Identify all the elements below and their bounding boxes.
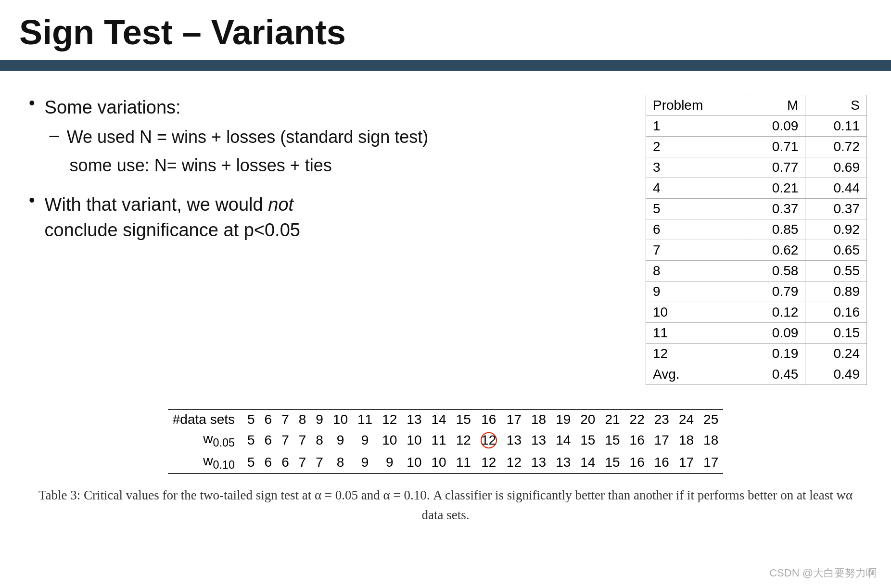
table-cell-s: 0.44 (805, 178, 867, 199)
table-row: 70.620.65 (646, 240, 867, 261)
table-row: 80.580.55 (646, 261, 867, 281)
critical-table-cell: 16 (625, 451, 649, 474)
table-cell-problem: 7 (646, 240, 744, 261)
title-bar (0, 60, 891, 71)
critical-table-header-cell: 23 (649, 409, 674, 429)
critical-table-header-row: #data sets567891011121314151617181920212… (168, 409, 723, 429)
table-cell-s: 0.69 (805, 157, 867, 178)
table-cell-problem: 6 (646, 219, 744, 240)
critical-table-cell: 10 (402, 451, 426, 474)
critical-table-cell: 17 (674, 451, 699, 474)
table-cell-m: 0.45 (744, 364, 805, 385)
critical-table-header-cell: 21 (600, 409, 624, 429)
col-header-s: S (805, 95, 867, 116)
critical-table-header-cell: 25 (699, 409, 723, 429)
bullet-2-text: With that variant, we would not conclude… (45, 192, 300, 243)
critical-table-cell: 5 (242, 429, 260, 451)
table-cell-m: 0.12 (744, 302, 805, 323)
critical-table-row: w0.0556778991010111212131314151516171818 (168, 429, 723, 451)
critical-table-cell: 12 (451, 429, 476, 451)
table-cell-m: 0.79 (744, 281, 805, 302)
critical-table-cell: 10 (427, 451, 451, 474)
critical-table-header-cell: 7 (277, 409, 294, 429)
table-cell-m: 0.71 (744, 137, 805, 157)
critical-table-header-cell: 11 (353, 409, 377, 429)
table-cell-s: 0.92 (805, 219, 867, 240)
critical-table-cell: 10 (377, 429, 402, 451)
critical-table-cell: 11 (427, 429, 451, 451)
table-cell-m: 0.37 (744, 199, 805, 219)
watermark: CSDN @大白要努力啊 (769, 566, 877, 580)
col-header-m: M (744, 95, 805, 116)
critical-table-header-cell: 10 (328, 409, 353, 429)
critical-table-header-cell: 13 (402, 409, 426, 429)
bullet-2: • With that variant, we would not conclu… (29, 192, 626, 243)
table-cell-s: 0.72 (805, 137, 867, 157)
sub-bullet-group: – We used N = wins + losses (standard si… (50, 125, 429, 149)
critical-table-cell: 18 (674, 429, 699, 451)
data-table: Problem M S 10.090.1120.710.7230.770.694… (646, 95, 867, 385)
table-cell-problem: 10 (646, 302, 744, 323)
bottom-section: #data sets567891011121314151617181920212… (0, 409, 891, 524)
table-cell-s: 0.55 (805, 261, 867, 281)
critical-table-cell: 6 (277, 451, 294, 474)
critical-table-cell: 7 (311, 451, 328, 474)
table-row: 120.190.24 (646, 344, 867, 364)
table-cell-problem: 3 (646, 157, 744, 178)
table-cell-problem: Avg. (646, 364, 744, 385)
bullet-1-text: Some variations: (45, 95, 429, 120)
critical-table-cell: 6 (260, 429, 277, 451)
table-row: 20.710.72 (646, 137, 867, 157)
content-area: • Some variations: – We used N = wins + … (0, 71, 891, 385)
critical-table-row: w0.105667789910101112121313141516161717 (168, 451, 723, 474)
critical-table-cell: 9 (353, 451, 377, 474)
italic-not: not (268, 194, 293, 215)
sub-bullet-1: – We used N = wins + losses (standard si… (50, 125, 429, 149)
col-header-problem: Problem (646, 95, 744, 116)
critical-table-cell: 12 (476, 429, 502, 451)
critical-table-cell: 8 (328, 451, 353, 474)
title-area: Sign Test – Variants (0, 0, 891, 60)
critical-table-header-cell: 18 (526, 409, 551, 429)
critical-table-header-cell: 9 (311, 409, 328, 429)
table-cell-problem: 4 (646, 178, 744, 199)
critical-table-cell: 10 (402, 429, 426, 451)
critical-table-cell: 9 (377, 451, 402, 474)
circled-value: 12 (481, 432, 497, 448)
critical-table-cell: 7 (277, 429, 294, 451)
critical-table-cell: 8 (311, 429, 328, 451)
critical-row-label: w0.05 (168, 429, 242, 451)
critical-table-cell: 17 (699, 451, 723, 474)
table-cell-s: 0.89 (805, 281, 867, 302)
table-cell-problem: 5 (646, 199, 744, 219)
critical-table-cell: 9 (328, 429, 353, 451)
critical-table: #data sets567891011121314151617181920212… (168, 409, 723, 474)
critical-table-cell: 14 (575, 451, 600, 474)
table-row: 110.090.15 (646, 323, 867, 344)
bullet-1: • Some variations: – We used N = wins + … (29, 95, 626, 178)
critical-table-cell: 17 (649, 429, 674, 451)
critical-table-cell: 6 (260, 451, 277, 474)
indent-text-1: some use: N= wins + losses + ties (70, 153, 429, 178)
table-cell-m: 0.62 (744, 240, 805, 261)
table-cell-s: 0.15 (805, 323, 867, 344)
critical-table-header-cell: 19 (551, 409, 575, 429)
critical-table-header-cell: 12 (377, 409, 402, 429)
table-cell-s: 0.49 (805, 364, 867, 385)
table-cell-m: 0.85 (744, 219, 805, 240)
critical-table-cell: 15 (575, 429, 600, 451)
table-caption: Table 3: Critical values for the two-tai… (29, 486, 862, 524)
table-row: Avg.0.450.49 (646, 364, 867, 385)
critical-table-header-cell: 5 (242, 409, 260, 429)
critical-table-cell: 18 (699, 429, 723, 451)
table-cell-problem: 11 (646, 323, 744, 344)
critical-table-header-cell: 17 (502, 409, 526, 429)
critical-table-cell: 14 (551, 429, 575, 451)
critical-table-cell: 16 (649, 451, 674, 474)
bullet-1-content: Some variations: – We used N = wins + lo… (45, 95, 429, 178)
bullet-dot-2: • (29, 190, 35, 210)
table-cell-problem: 9 (646, 281, 744, 302)
critical-table-cell: 13 (526, 429, 551, 451)
slide-title: Sign Test – Variants (19, 13, 872, 51)
sub-dash-1: – (50, 125, 59, 145)
